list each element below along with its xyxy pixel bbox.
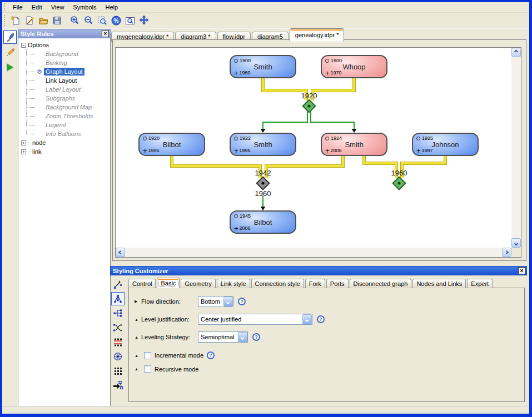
tab-disconnected-graph[interactable]: Disconnected graph — [350, 279, 412, 288]
birth-icon — [143, 137, 147, 140]
bus-layout-icon[interactable] — [111, 335, 125, 349]
flow-direction-select[interactable]: Bottom — [198, 296, 233, 307]
marriage-link[interactable] — [266, 155, 343, 178]
tree-item-link[interactable]: +link — [21, 147, 110, 156]
marriage-link[interactable] — [402, 155, 445, 178]
person-node-bilbot-1920[interactable]: 1920Bilbot+1995 — [138, 133, 205, 156]
pan-icon[interactable] — [137, 14, 150, 27]
marriage-link[interactable] — [172, 155, 260, 178]
menu-grip[interactable] — [4, 3, 7, 11]
person-node-smith-1924[interactable]: 1924Smith+2006 — [321, 133, 387, 156]
styling-pencil-icon[interactable] — [111, 278, 125, 291]
tree-layout-icon[interactable] — [111, 292, 125, 305]
scroll-up-icon[interactable] — [511, 48, 521, 57]
tree-item-info-balloons[interactable]: Info Balloons — [26, 129, 110, 138]
tree-item-link-layout[interactable]: Link Layout — [26, 76, 110, 85]
expander-triangle-icon[interactable]: ▲ — [135, 354, 141, 358]
collapse-icon[interactable]: − — [21, 43, 26, 48]
child-link[interactable] — [311, 112, 354, 129]
help-icon[interactable]: ? — [317, 315, 325, 323]
link-layout-icon[interactable] — [111, 321, 125, 334]
open-icon[interactable] — [37, 14, 49, 27]
tab-geometry[interactable]: Geometry — [181, 279, 215, 288]
person-node-smith-1922[interactable]: 1922Smith+1995 — [230, 133, 296, 156]
gear-icon: ⚙ — [37, 68, 42, 75]
marriage-diamond[interactable] — [303, 100, 316, 113]
help-icon[interactable]: ? — [238, 298, 246, 305]
zoom-in-icon[interactable] — [68, 14, 81, 27]
person-node-bilbot-1945[interactable]: 1945Bilbot+2006 — [230, 210, 296, 234]
style-brush-icon[interactable] — [3, 31, 17, 44]
vertical-scrollbar[interactable] — [511, 48, 521, 248]
expander-triangle-icon[interactable]: ▶ — [135, 299, 141, 304]
tab-connection-style[interactable]: Connection style — [251, 279, 304, 288]
random-layout-icon[interactable] — [111, 379, 125, 392]
expander-triangle-icon[interactable]: ▲ — [135, 318, 141, 321]
tab-expert[interactable]: Expert — [467, 279, 493, 288]
tree-item-graph-layout[interactable]: ⚙Graph Layout — [26, 67, 110, 76]
menu-edit[interactable]: Edit — [27, 3, 47, 12]
zoom-percent-icon[interactable]: % — [110, 14, 122, 27]
tab-basic[interactable]: Basic — [157, 278, 180, 288]
child-link[interactable] — [263, 112, 307, 129]
tab-nodes-and-links[interactable]: Nodes and Links — [412, 279, 466, 288]
styling-customizer-close-icon[interactable]: × — [518, 267, 525, 274]
menu-file[interactable]: File — [8, 3, 27, 12]
tree-item-label-layout[interactable]: Label Layout — [26, 85, 110, 94]
tree-item-node[interactable]: +node — [21, 138, 110, 147]
person-node-whoop-1900[interactable]: 1900Whoop+1970 — [321, 55, 387, 78]
scroll-down-icon[interactable] — [511, 238, 521, 248]
new-document-icon[interactable] — [9, 14, 22, 27]
save-icon[interactable] — [51, 14, 63, 27]
help-icon[interactable]: ? — [252, 333, 260, 341]
expander-triangle-icon[interactable]: ▲ — [135, 335, 141, 339]
expander-triangle-icon[interactable]: ▲ — [135, 367, 141, 371]
person-node-smith-1900[interactable]: 1900Smith+1960 — [230, 55, 296, 78]
edit-pencil-icon[interactable] — [3, 46, 17, 59]
style-rules-close-icon[interactable]: × — [102, 30, 109, 37]
fit-to-window-icon[interactable] — [123, 14, 136, 27]
marriage-diamond[interactable] — [393, 177, 406, 190]
tree-item-label: Info Balloons — [44, 130, 83, 138]
horizontal-scrollbar[interactable] — [116, 248, 511, 257]
marriage-diamond[interactable] — [257, 177, 270, 190]
toolbar-grip[interactable] — [4, 15, 7, 27]
incremental-mode-checkbox[interactable] — [144, 352, 151, 359]
tree-item-zoom-thresholds[interactable]: Zoom Thresholds — [26, 112, 110, 120]
run-icon[interactable] — [3, 61, 17, 74]
tree-item-legend[interactable]: Legend — [26, 120, 110, 129]
tab-ports[interactable]: Ports — [326, 279, 349, 288]
tree-item-options[interactable]: −Options — [21, 41, 110, 49]
tab-fork[interactable]: Fork — [305, 279, 325, 288]
tree-item-subgraphs[interactable]: Subgraphs — [26, 94, 110, 103]
help-icon[interactable]: ? — [207, 351, 215, 359]
level-justification-select[interactable]: Center justified — [198, 314, 312, 325]
chevron-down-icon[interactable] — [223, 297, 233, 307]
chevron-down-icon[interactable] — [238, 332, 247, 342]
genealogy-canvas[interactable]: 1920194219601960 1900Smith+19601900Whoop… — [116, 48, 511, 248]
expand-icon[interactable]: + — [21, 149, 26, 154]
grid-layout-icon[interactable] — [111, 364, 125, 378]
tree-item-background-map[interactable]: Background Map — [26, 103, 110, 112]
tab-link-style[interactable]: Link style — [217, 279, 250, 288]
scroll-left-icon[interactable] — [116, 248, 125, 257]
person-node-johnson-1925[interactable]: 1925Johnson+1997 — [412, 133, 479, 156]
recursive-mode-checkbox[interactable] — [144, 365, 151, 373]
leveling-strategy-select[interactable]: Semioptimal — [198, 331, 248, 343]
expand-icon[interactable]: + — [21, 140, 26, 145]
doc-tab-genealogy-idpr[interactable]: genealogy.idpr * — [290, 28, 345, 42]
zoom-window-icon[interactable] — [96, 14, 108, 27]
tree-item-background[interactable]: Background — [26, 49, 110, 58]
menu-help[interactable]: Help — [101, 3, 123, 12]
circular-layout-icon[interactable] — [111, 350, 125, 363]
diagram-wizard-icon[interactable] — [23, 14, 36, 27]
tree-connector — [26, 116, 35, 117]
chevron-down-icon[interactable] — [302, 314, 312, 324]
scroll-right-icon[interactable] — [502, 248, 511, 257]
tree-item-blinking[interactable]: Blinking — [26, 58, 110, 67]
zoom-out-icon[interactable] — [82, 14, 95, 27]
menu-symbols[interactable]: Symbols — [68, 3, 101, 12]
tab-control[interactable]: Control — [128, 279, 156, 288]
hierarchical-layout-icon[interactable] — [111, 307, 125, 320]
menu-view[interactable]: View — [47, 3, 69, 12]
